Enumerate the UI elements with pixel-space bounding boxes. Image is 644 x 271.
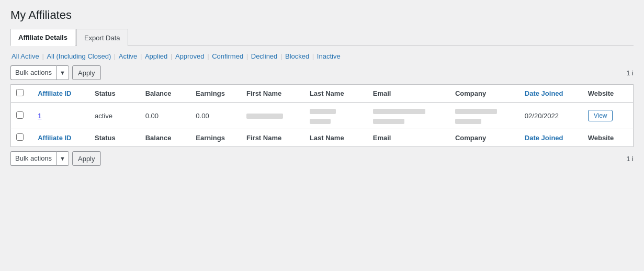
tfoot-date-joined-link[interactable]: Date Joined xyxy=(525,134,563,142)
lastname-blurred-1a xyxy=(310,109,336,114)
th-website: Website xyxy=(583,85,634,103)
tfoot-th-earnings: Earnings xyxy=(190,129,241,147)
th-affiliate-id[interactable]: Affiliate ID xyxy=(32,85,89,103)
bulk-actions-label-top: Bulk actions xyxy=(10,65,56,80)
filter-approved[interactable]: Approved xyxy=(175,52,205,60)
td-affiliate-id-1: 1 xyxy=(32,103,89,129)
select-all-checkbox-top[interactable] xyxy=(16,89,24,96)
tfoot-th-date-joined[interactable]: Date Joined xyxy=(519,129,583,147)
email-blurred-1a xyxy=(373,109,425,114)
bulk-actions-top: Bulk actions ▼ xyxy=(10,65,69,80)
top-toolbar-left: Bulk actions ▼ Apply xyxy=(10,65,101,80)
th-last-name: Last Name xyxy=(304,85,368,103)
filter-all-active[interactable]: All Active xyxy=(12,52,39,60)
th-date-joined-link[interactable]: Date Joined xyxy=(525,89,563,97)
page-wrapper: My Affiliates Affiliate Details Export D… xyxy=(0,0,644,174)
tfoot-th-first-name: First Name xyxy=(241,129,304,147)
filter-applied[interactable]: Applied xyxy=(145,52,167,60)
bulk-actions-bottom: Bulk actions ▼ xyxy=(10,151,69,166)
td-firstname-1 xyxy=(241,103,304,129)
tfoot-th-last-name: Last Name xyxy=(304,129,368,147)
th-affiliate-id-link[interactable]: Affiliate ID xyxy=(38,89,71,97)
tabs-bar: Affiliate Details Export Data xyxy=(10,28,634,46)
td-balance-1: 0.00 xyxy=(140,103,191,129)
filter-confirmed[interactable]: Confirmed xyxy=(212,52,243,60)
page-title: My Affiliates xyxy=(10,8,634,22)
th-date-joined[interactable]: Date Joined xyxy=(519,85,583,103)
td-company-1 xyxy=(450,103,519,129)
apply-button-bottom[interactable]: Apply xyxy=(72,151,101,166)
td-lastname-1 xyxy=(304,103,368,129)
bottom-toolbar: Bulk actions ▼ Apply 1 i xyxy=(10,151,634,166)
th-email: Email xyxy=(368,85,450,103)
affiliates-table: Affiliate ID Status Balance Earnings Fir… xyxy=(10,84,634,147)
td-date-joined-1: 02/20/2022 xyxy=(519,103,583,129)
email-blurred-1b xyxy=(373,119,404,124)
td-email-1 xyxy=(368,103,450,129)
th-balance: Balance xyxy=(140,85,191,103)
td-earnings-1: 0.00 xyxy=(190,103,241,129)
filter-all-including-closed[interactable]: All (Including Closed) xyxy=(47,52,111,60)
pagination-top: 1 i xyxy=(626,69,634,77)
filter-active[interactable]: Active xyxy=(119,52,137,60)
bulk-actions-arrow-bottom[interactable]: ▼ xyxy=(56,151,69,166)
th-earnings: Earnings xyxy=(190,85,241,103)
td-website-1: View xyxy=(583,103,634,129)
affiliate-id-link-1[interactable]: 1 xyxy=(38,112,41,120)
tfoot-th-company: Company xyxy=(450,129,519,147)
tfoot-th-email: Email xyxy=(368,129,450,147)
tfoot-th-balance: Balance xyxy=(140,129,191,147)
pagination-bottom: 1 i xyxy=(626,155,634,163)
tfoot-th-affiliate-id[interactable]: Affiliate ID xyxy=(32,129,89,147)
filter-links: All Active | All (Including Closed) | Ac… xyxy=(10,52,634,60)
th-checkbox xyxy=(11,85,33,103)
filter-blocked[interactable]: Blocked xyxy=(285,52,309,60)
table-footer-row: Affiliate ID Status Balance Earnings Fir… xyxy=(11,129,634,147)
table-header-row: Affiliate ID Status Balance Earnings Fir… xyxy=(11,85,634,103)
tfoot-th-website: Website xyxy=(583,129,634,147)
apply-button-top[interactable]: Apply xyxy=(72,65,101,80)
tab-export-data[interactable]: Export Data xyxy=(76,29,128,46)
td-checkbox-1 xyxy=(11,103,33,129)
firstname-blurred-1 xyxy=(246,114,283,119)
row-checkbox-1[interactable] xyxy=(16,111,24,119)
select-all-checkbox-bottom[interactable] xyxy=(16,133,24,141)
bottom-toolbar-left: Bulk actions ▼ Apply xyxy=(10,151,101,166)
th-first-name: First Name xyxy=(241,85,304,103)
tfoot-th-checkbox xyxy=(11,129,33,147)
tfoot-th-status: Status xyxy=(89,129,140,147)
company-blurred-1b xyxy=(455,119,481,124)
th-company: Company xyxy=(450,85,519,103)
company-blurred-1a xyxy=(455,109,497,114)
tfoot-affiliate-id-link[interactable]: Affiliate ID xyxy=(38,134,71,142)
td-status-1: active xyxy=(89,103,140,129)
th-status: Status xyxy=(89,85,140,103)
bulk-actions-label-bottom: Bulk actions xyxy=(10,151,56,166)
view-button-1[interactable]: View xyxy=(588,110,613,121)
tab-affiliate-details[interactable]: Affiliate Details xyxy=(10,29,75,46)
lastname-blurred-1b xyxy=(310,119,331,124)
bulk-actions-arrow-top[interactable]: ▼ xyxy=(56,65,69,80)
filter-declined[interactable]: Declined xyxy=(251,52,278,60)
table-row: 1 active 0.00 0.00 xyxy=(11,103,634,129)
filter-inactive[interactable]: Inactive xyxy=(317,52,341,60)
top-toolbar: Bulk actions ▼ Apply 1 i xyxy=(10,65,634,80)
